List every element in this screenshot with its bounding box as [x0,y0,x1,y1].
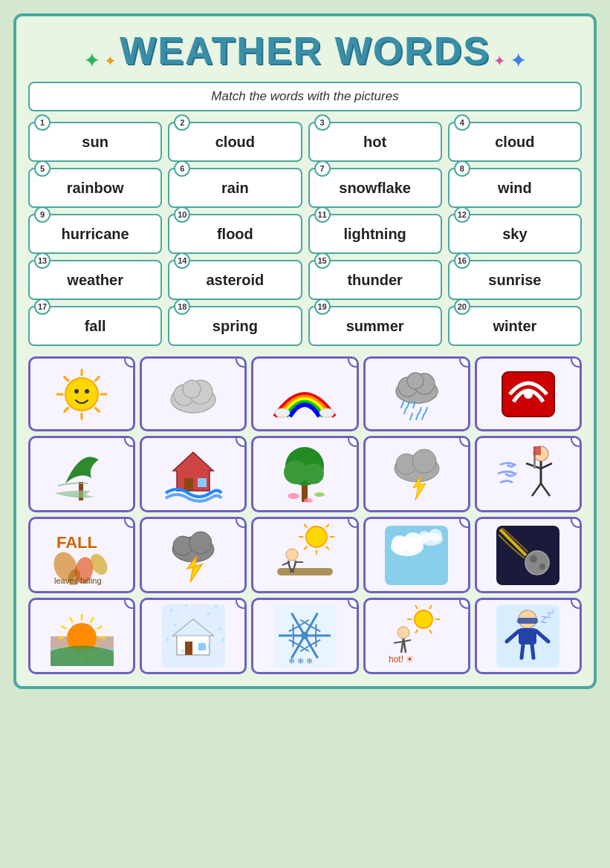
picture-inner-4 [366,359,468,429]
word-number-18: 18 [174,298,190,315]
picture-inner-14 [366,519,468,591]
star-left-green: ✦ [83,49,100,72]
svg-text:z: z [551,607,555,615]
word-card-15: 15thunder [308,260,442,300]
picture-card-5 [475,356,582,431]
svg-line-27 [410,414,412,420]
svg-line-143 [429,605,432,609]
picture-inner-1 [30,359,133,429]
svg-line-21 [401,402,403,408]
word-number-16: 16 [454,252,470,269]
svg-line-22 [407,402,409,408]
svg-line-71 [304,524,307,527]
svg-point-83 [429,529,442,542]
picture-card-9 [363,436,470,512]
picture-inner-9 [366,438,468,510]
pictures-section: FALL leaves falling [28,356,582,674]
svg-point-40 [304,498,313,503]
word-label-10: flood [175,226,294,243]
word-number-6: 6 [174,160,190,177]
svg-point-74 [286,549,298,561]
words-grid: 1sun2cloud3hot4cloud5rainbow6rain7snowfl… [28,122,582,346]
word-label-9: hurricane [36,226,155,243]
svg-line-49 [541,463,552,469]
svg-point-39 [288,493,299,499]
word-card-3: 3hot [308,122,442,162]
word-number-14: 14 [174,252,190,269]
word-card-13: 13weather [28,260,162,300]
word-card-9: 9hurricane [28,214,162,254]
word-number-9: 9 [34,206,51,223]
word-number-7: 7 [314,160,331,177]
svg-point-135 [301,632,308,639]
svg-point-62 [189,532,212,554]
svg-point-15 [275,408,290,417]
svg-rect-152 [517,618,538,624]
star-left-orange: ✦ [104,53,117,69]
svg-point-0 [65,378,98,411]
word-card-8: 8wind [448,168,582,208]
picture-card-8 [251,436,358,512]
picture-card-1 [28,356,135,431]
svg-point-2 [85,389,89,394]
svg-text:*: * [181,647,185,659]
picture-inner-7 [142,438,244,510]
word-number-4: 4 [454,114,470,131]
picture-card-15 [475,517,582,593]
svg-rect-105 [198,643,206,650]
word-number-2: 2 [174,114,190,131]
picture-card-20: z z z [475,598,582,674]
word-label-18: spring [175,318,294,335]
star-right-pink: ✦ [493,53,506,69]
picture-inner-3 [253,359,356,429]
main-frame: ✦ ✦ WEATHER WORDS ✦ ✦ Match the words wi… [13,13,597,689]
picture-card-6 [28,436,135,512]
svg-text:hot! ☀: hot! ☀ [389,654,414,665]
svg-point-41 [314,492,325,497]
svg-point-44 [412,449,436,473]
word-label-7: snowflake [316,180,435,197]
svg-point-31 [524,390,533,399]
star-right-blue: ✦ [510,49,527,72]
svg-text:*: * [207,610,211,621]
picture-inner-15 [477,519,580,591]
picture-card-13 [251,517,358,593]
word-card-2: 2cloud [168,122,302,162]
picture-card-11: FALL leaves falling [28,517,135,593]
picture-card-17: ********** [140,598,247,674]
svg-line-73 [326,524,329,527]
svg-text:*: * [169,606,174,618]
word-number-3: 3 [314,114,331,131]
svg-text:FALL: FALL [56,533,97,552]
svg-line-4 [95,408,99,411]
word-number-11: 11 [314,206,331,223]
page-title: WEATHER WORDS [120,28,490,73]
svg-line-142 [415,605,418,609]
word-label-12: sky [455,226,574,243]
picture-card-3 [251,356,358,431]
picture-inner-16 [30,600,133,672]
word-number-15: 15 [314,252,331,269]
picture-inner-20: z z z [477,600,580,672]
svg-point-82 [418,531,430,543]
svg-text:*: * [218,624,222,636]
svg-line-157 [532,645,533,658]
picture-card-4 [363,356,470,431]
svg-text:❄ ❄ ❄: ❄ ❄ ❄ [288,656,313,665]
svg-line-139 [429,630,432,633]
word-card-4: 4cloud [448,122,582,162]
word-label-1: sun [36,134,155,151]
picture-inner-5 [477,359,580,429]
picture-inner-12 [142,519,244,591]
word-card-18: 18spring [168,306,302,346]
word-card-5: 5rainbow [28,168,162,208]
svg-text:z: z [541,613,547,625]
word-label-17: fall [36,318,155,335]
picture-card-12 [140,517,247,593]
svg-line-128 [293,636,293,647]
word-card-12: 12sky [448,214,582,254]
svg-line-101 [97,626,102,629]
picture-inner-2 [142,359,244,429]
svg-point-20 [407,373,424,389]
word-number-1: 1 [34,114,51,131]
